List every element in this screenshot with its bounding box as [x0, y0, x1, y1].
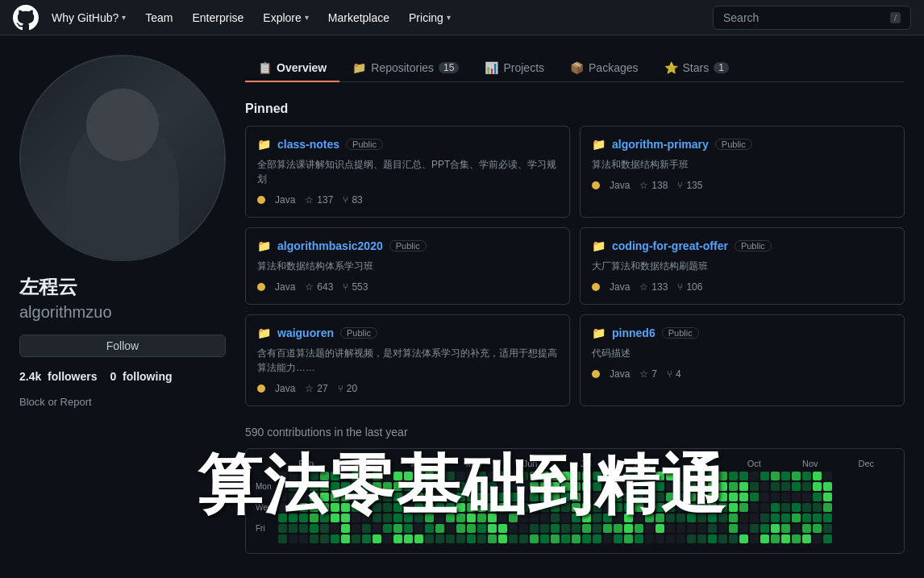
contrib-cell — [551, 482, 560, 491]
contrib-cell — [572, 503, 581, 512]
repo-name[interactable]: algorithm-primary — [612, 138, 709, 151]
contrib-cell — [593, 482, 601, 491]
contrib-cell — [666, 514, 675, 522]
contrib-week — [383, 472, 392, 543]
contrib-cell — [425, 524, 434, 533]
contrib-cell — [467, 482, 476, 491]
contrib-cell — [687, 482, 696, 491]
nav-pricing[interactable]: Pricing ▾ — [402, 8, 457, 27]
repo-name[interactable]: class-notes — [277, 138, 339, 151]
nav-marketplace[interactable]: Marketplace — [322, 8, 396, 27]
repo-name[interactable]: coding-for-great-offer — [612, 239, 728, 252]
contrib-cell — [352, 524, 360, 533]
forks-stat: ⑂ 4 — [667, 368, 681, 380]
contrib-cell — [656, 503, 664, 512]
stars-stat: ☆ 137 — [305, 194, 333, 206]
contrib-cell — [792, 524, 801, 533]
contrib-cell — [488, 534, 497, 543]
repo-description: 含有百道算法题的讲解视频，是对算法体系学习的补充，适用于想提高算法能力…… — [257, 346, 558, 375]
contrib-cell — [729, 534, 738, 543]
contrib-cell — [289, 524, 298, 533]
nav-team[interactable]: Team — [139, 8, 179, 27]
contrib-cell — [771, 503, 780, 512]
contrib-cell — [593, 524, 601, 533]
month-label: Aug — [614, 459, 670, 468]
pinned-card[interactable]: 📁 algorithm-primary Public 算法和数据结构新手班 Ja… — [580, 126, 905, 218]
block-report-link[interactable]: Block or Report — [19, 396, 226, 408]
contrib-cell — [414, 472, 423, 480]
pinned-card[interactable]: 📁 class-notes Public 全部算法课讲解知识点提纲、题目汇总、P… — [245, 126, 570, 218]
star-icon: ☆ — [639, 368, 648, 380]
pinned-card[interactable]: 📁 pinned6 Public 代码描述 Java ☆ 7 ⑂ 4 — [580, 314, 905, 406]
search-box[interactable]: Search / — [713, 6, 911, 30]
contrib-cell — [614, 534, 622, 543]
contrib-cell — [792, 472, 801, 480]
nav-why-github[interactable]: Why GitHub? ▾ — [45, 8, 132, 27]
contrib-cell — [414, 503, 423, 512]
month-label: Apr — [390, 459, 446, 468]
avatar-image — [21, 56, 224, 260]
nav-enterprise[interactable]: Enterprise — [185, 8, 250, 27]
contributions-title: 590 contributions in the last year — [245, 426, 905, 439]
contrib-cell — [299, 472, 308, 480]
contrib-cell — [666, 534, 675, 543]
repo-name[interactable]: waiguoren — [277, 326, 334, 339]
tab-projects[interactable]: 📊 Projects — [472, 55, 557, 82]
contrib-cell — [561, 524, 570, 533]
contrib-cell — [687, 524, 696, 533]
contrib-cell — [383, 482, 392, 491]
contrib-cell — [373, 472, 381, 480]
pinned-card[interactable]: 📁 algorithmbasic2020 Public 算法和数据结构体系学习班… — [245, 227, 570, 305]
pinned-card[interactable]: 📁 waiguoren Public 含有百道算法题的讲解视频，是对算法体系学习… — [245, 314, 570, 406]
pinned-card[interactable]: 📁 coding-for-great-offer Public 大厂算法和数据结… — [580, 227, 905, 305]
repo-icon: 📁 — [592, 239, 606, 252]
contrib-week — [603, 472, 612, 543]
contrib-cell — [498, 534, 507, 543]
tab-repositories[interactable]: 📁 Repositories 15 — [339, 55, 472, 82]
repo-name[interactable]: pinned6 — [612, 326, 656, 339]
contrib-week — [341, 472, 350, 543]
repo-icon: 📁 — [257, 138, 271, 151]
github-logo[interactable] — [13, 5, 39, 31]
contrib-cell — [572, 482, 581, 491]
contrib-cell — [383, 524, 392, 533]
contrib-week — [278, 472, 287, 543]
contrib-cell — [792, 503, 801, 512]
contrib-cell — [435, 524, 444, 533]
contrib-cell — [708, 503, 717, 512]
contrib-cell — [593, 472, 601, 480]
contrib-cell — [823, 503, 832, 512]
contrib-cell — [540, 482, 549, 491]
contrib-cell — [760, 493, 769, 501]
tab-stars[interactable]: ⭐ Stars 1 — [651, 55, 742, 82]
contrib-cell — [802, 503, 811, 512]
contrib-cell — [341, 534, 350, 543]
contrib-cell — [352, 534, 360, 543]
contrib-cell — [425, 514, 434, 522]
contrib-cell — [614, 503, 622, 512]
contrib-cell — [310, 472, 318, 480]
contrib-cell — [666, 472, 675, 480]
main-content: 📋 Overview 📁 Repositories 15 📊 Projects … — [245, 55, 905, 554]
contrib-cell — [729, 493, 738, 501]
tab-overview[interactable]: 📋 Overview — [245, 55, 339, 82]
contrib-cell — [509, 493, 518, 501]
projects-icon: 📊 — [485, 61, 498, 74]
contrib-cell — [530, 534, 539, 543]
tab-packages[interactable]: 📦 Packages — [557, 55, 651, 82]
nav-explore[interactable]: Explore ▾ — [256, 8, 314, 27]
contrib-cell — [603, 493, 612, 501]
contrib-cell — [519, 534, 528, 543]
fork-icon: ⑂ — [677, 180, 683, 191]
star-count: 137 — [317, 194, 333, 206]
language-dot — [592, 181, 600, 189]
repo-name[interactable]: algorithmbasic2020 — [277, 239, 383, 252]
repo-stats: Java ☆ 643 ⑂ 553 — [257, 281, 558, 293]
contrib-cell — [456, 493, 465, 501]
language-name: Java — [275, 281, 295, 293]
contrib-cell — [477, 503, 486, 512]
contrib-cell — [352, 493, 360, 501]
contrib-cell — [278, 493, 287, 501]
follow-button[interactable]: Follow — [19, 335, 226, 357]
contrib-cell — [320, 482, 329, 491]
